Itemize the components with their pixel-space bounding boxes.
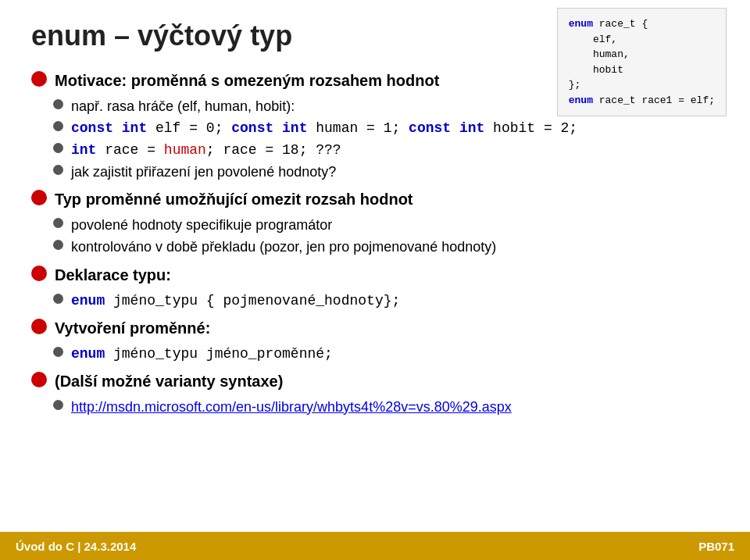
list-item: enum jméno_typu jméno_proměnné; <box>31 344 719 364</box>
sub-bullet-text: jak zajistit přiřazení jen povolené hodn… <box>71 162 719 182</box>
sub-bullet-icon <box>53 240 63 250</box>
bullet-text-3: Deklarace typu: <box>55 264 719 286</box>
sub-bullet-text: http://msdn.microsoft.com/en-us/library/… <box>71 397 719 417</box>
sub-bullet-text: int race = human; race = 18; ??? <box>71 140 719 160</box>
footer: Úvod do C | 24.3.2014 PB071 <box>0 532 750 560</box>
sub-bullet-text: const int elf = 0; const int human = 1; … <box>71 118 719 138</box>
sub-bullet-icon <box>53 143 63 153</box>
bullet-text-4: Vytvoření proměnné: <box>55 317 719 339</box>
list-item: Vytvoření proměnné: <box>31 317 719 339</box>
list-item: enum jméno_typu { pojmenované_hodnoty}; <box>31 291 719 311</box>
sub-bullet-icon <box>53 99 63 109</box>
list-item: jak zajistit přiřazení jen povolené hodn… <box>31 162 719 182</box>
sub-bullet-icon <box>53 218 63 228</box>
list-item: povolené hodnoty specifikuje programátor <box>31 215 719 235</box>
bullet-icon-2 <box>31 190 47 205</box>
bullet-text-5: (Další možné varianty syntaxe) <box>55 370 719 392</box>
sub-bullet-icon <box>53 165 63 175</box>
bullet-container: Motivace: proměnná s omezeným rozsahem h… <box>31 70 719 417</box>
code-box: enum race_t { elf, human, hobit }; enum … <box>557 8 727 116</box>
list-item: http://msdn.microsoft.com/en-us/library/… <box>31 397 719 417</box>
list-item: Typ proměnné umožňující omezit rozsah ho… <box>31 188 719 210</box>
sub-bullet-icon <box>53 400 63 410</box>
list-item: Deklarace typu: <box>31 264 719 286</box>
footer-left-text: Úvod do C | 24.3.2014 <box>16 540 136 553</box>
bullet-icon-1 <box>31 71 47 87</box>
list-item: int race = human; race = 18; ??? <box>31 140 719 160</box>
sub-bullet-text: enum jméno_typu { pojmenované_hodnoty}; <box>71 291 719 311</box>
sub-bullet-icon <box>53 294 63 304</box>
msdn-link[interactable]: http://msdn.microsoft.com/en-us/library/… <box>71 399 512 415</box>
sub-bullet-text: povolené hodnoty specifikuje programátor <box>71 215 719 235</box>
sub-bullet-text: kontrolováno v době překladu (pozor, jen… <box>71 237 719 257</box>
sub-bullet-text: enum jméno_typu jméno_proměnné; <box>71 344 719 364</box>
bullet-icon-5 <box>31 372 47 387</box>
bullet-text-2: Typ proměnné umožňující omezit rozsah ho… <box>55 188 719 210</box>
footer-right-text: PB071 <box>698 540 734 553</box>
sub-bullet-icon <box>53 121 63 131</box>
list-item: (Další možné varianty syntaxe) <box>31 370 719 392</box>
main-content: enum race_t { elf, human, hobit }; enum … <box>0 0 750 437</box>
bullet-icon-3 <box>31 266 47 281</box>
list-item: kontrolováno v době překladu (pozor, jen… <box>31 237 719 257</box>
bullet-icon-4 <box>31 319 47 334</box>
list-item: const int elf = 0; const int human = 1; … <box>31 118 719 138</box>
sub-bullet-icon <box>53 347 63 357</box>
